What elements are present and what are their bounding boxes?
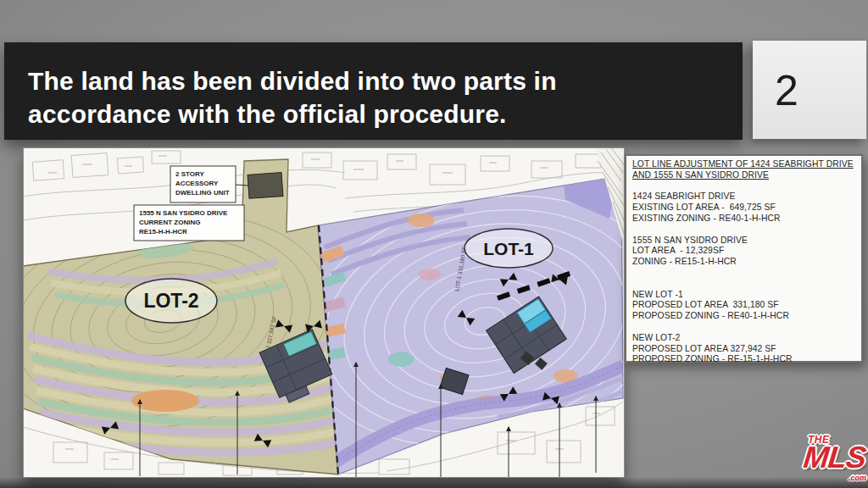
mls-logo-mls: MLS (802, 440, 867, 475)
caption-line-2: accordance with the official procedure. (28, 97, 557, 130)
caption-line-1: The land has been divided into two parts… (28, 64, 557, 97)
lot1-label: LOT-1 (483, 239, 534, 258)
info-line: PROPOSED ZONING - RE-15-1-H-HCR (632, 354, 855, 365)
callout-zoning-line1: 1555 N SAN YSIDRO DRIVE (139, 209, 228, 217)
info-line: NEW LOT-2 (632, 333, 855, 344)
info-line: PROPOSED ZONING - RE40-1-H-HCR (632, 311, 855, 322)
title-banner: The land has been divided into two parts… (4, 42, 743, 140)
info-line: EXISTING LOT AREA - 649,725 SF (632, 202, 855, 214)
info-title-line-2: AND 1555 N SAN YSIDRO DRIVE (632, 170, 855, 181)
callout-adu-line1: 2 STORY (175, 170, 204, 178)
lot2-label: LOT-2 (143, 290, 198, 312)
info-line (632, 279, 855, 290)
info-line: PROPOSED LOT AREA 331,180 SF (632, 300, 855, 311)
callout-zoning-line2: CURRENT ZONING (139, 219, 200, 226)
info-line: EXISTING ZONING - RE40-1-H-HCR (632, 214, 855, 225)
site-plan-drawing: LOT-2 LOT-1 LOT-1 331,180 SF LOT-2 327,9… (23, 147, 625, 478)
slide: The land has been divided into two parts… (0, 0, 868, 488)
page-number-box: 2 (753, 41, 866, 139)
info-line (632, 268, 855, 279)
bottom-shadow (0, 477, 868, 488)
adu-building (248, 173, 283, 199)
callout-zoning-line3: RE15-H-H-HCR (139, 228, 187, 236)
info-line: ZONING - RE15-1-H-HCR (632, 257, 855, 268)
info-line: LOT AREA - 12,329SF (632, 246, 855, 257)
lot-line-adjustment-info-box: LOT LINE ADJUSTMENT OF 1424 SEABRIGHT DR… (625, 154, 863, 363)
info-line: PROPOSED LOT AREA 327,942 SF (632, 344, 855, 355)
page-number: 2 (775, 41, 798, 139)
info-line: 1555 N SAN YSIDRO DRIVE (632, 236, 855, 247)
info-line: 1424 SEABRIGHT DRIVE (632, 191, 855, 202)
slide-caption: The land has been divided into two parts… (28, 64, 557, 130)
info-line (632, 225, 855, 236)
site-plan-map: LOT-2 LOT-1 LOT-1 331,180 SF LOT-2 327,9… (23, 147, 625, 478)
callout-adu-line2: ACCESSORY (175, 180, 219, 187)
info-title-line-1: LOT LINE ADJUSTMENT OF 1424 SEABRIGHT DR… (632, 159, 855, 170)
callout-adu-line3: DWELLING UNIT (175, 189, 230, 197)
callout-zoning: 1555 N SAN YSIDRO DRIVE CURRENT ZONING R… (134, 205, 244, 241)
info-line (632, 322, 855, 333)
info-line: NEW LOT -1 (632, 290, 855, 301)
